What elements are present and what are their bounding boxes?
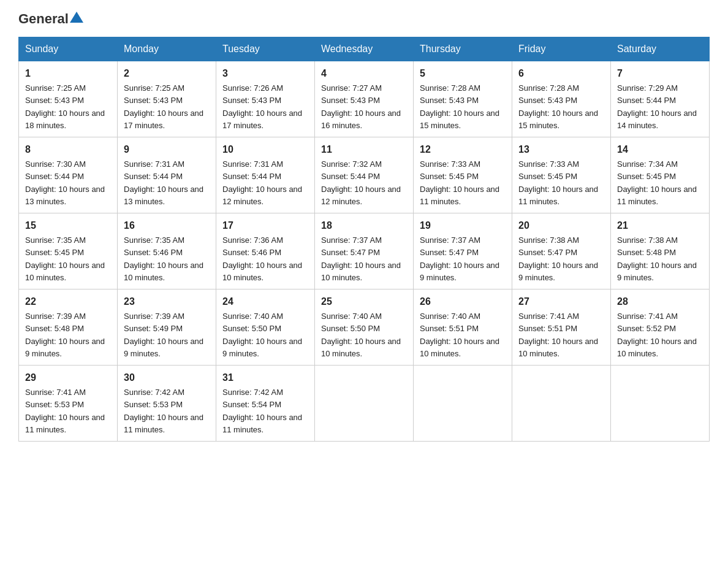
calendar-cell: 18 Sunrise: 7:37 AMSunset: 5:47 PMDaylig…	[315, 213, 414, 289]
calendar-cell: 25 Sunrise: 7:40 AMSunset: 5:50 PMDaylig…	[315, 289, 414, 366]
day-info: Sunrise: 7:40 AMSunset: 5:50 PMDaylight:…	[321, 312, 401, 358]
day-info: Sunrise: 7:41 AMSunset: 5:51 PMDaylight:…	[518, 312, 598, 358]
day-info: Sunrise: 7:41 AMSunset: 5:53 PMDaylight:…	[25, 388, 105, 434]
calendar-week-row: 15 Sunrise: 7:35 AMSunset: 5:45 PMDaylig…	[19, 213, 710, 289]
day-number: 25	[321, 294, 407, 309]
calendar-cell: 16 Sunrise: 7:35 AMSunset: 5:46 PMDaylig…	[118, 213, 216, 289]
day-info: Sunrise: 7:34 AMSunset: 5:45 PMDaylight:…	[617, 159, 697, 206]
day-number: 1	[25, 66, 111, 81]
calendar-cell: 14 Sunrise: 7:34 AMSunset: 5:45 PMDaylig…	[611, 137, 710, 213]
header-friday: Friday	[512, 37, 611, 61]
day-number: 8	[25, 142, 111, 157]
calendar-cell: 30 Sunrise: 7:42 AMSunset: 5:53 PMDaylig…	[118, 366, 216, 442]
header-monday: Monday	[118, 37, 216, 61]
calendar-week-row: 1 Sunrise: 7:25 AMSunset: 5:43 PMDayligh…	[19, 61, 710, 137]
day-number: 9	[124, 142, 210, 157]
day-info: Sunrise: 7:31 AMSunset: 5:44 PMDaylight:…	[124, 159, 203, 206]
day-number: 28	[617, 294, 703, 309]
calendar-cell: 21 Sunrise: 7:38 AMSunset: 5:48 PMDaylig…	[611, 213, 710, 289]
calendar-week-row: 22 Sunrise: 7:39 AMSunset: 5:48 PMDaylig…	[19, 289, 710, 366]
day-number: 11	[321, 142, 407, 157]
header-saturday: Saturday	[611, 37, 710, 61]
day-info: Sunrise: 7:38 AMSunset: 5:47 PMDaylight:…	[518, 236, 598, 282]
calendar-cell: 20 Sunrise: 7:38 AMSunset: 5:47 PMDaylig…	[512, 213, 611, 289]
day-number: 30	[124, 370, 210, 385]
calendar-cell: 13 Sunrise: 7:33 AMSunset: 5:45 PMDaylig…	[512, 137, 611, 213]
calendar-cell: 27 Sunrise: 7:41 AMSunset: 5:51 PMDaylig…	[512, 289, 611, 366]
day-number: 16	[124, 218, 210, 233]
calendar-cell: 3 Sunrise: 7:26 AMSunset: 5:43 PMDayligh…	[216, 61, 315, 137]
day-number: 4	[321, 66, 407, 81]
calendar-cell	[315, 366, 414, 442]
logo: General	[18, 12, 83, 26]
calendar-cell	[414, 366, 512, 442]
day-number: 10	[222, 142, 308, 157]
day-number: 2	[124, 66, 210, 81]
calendar-cell: 24 Sunrise: 7:40 AMSunset: 5:50 PMDaylig…	[216, 289, 315, 366]
day-number: 18	[321, 218, 407, 233]
page-header: General	[18, 12, 710, 26]
day-info: Sunrise: 7:37 AMSunset: 5:47 PMDaylight:…	[420, 236, 499, 282]
calendar-cell: 17 Sunrise: 7:36 AMSunset: 5:46 PMDaylig…	[216, 213, 315, 289]
calendar-cell: 23 Sunrise: 7:39 AMSunset: 5:49 PMDaylig…	[118, 289, 216, 366]
day-info: Sunrise: 7:39 AMSunset: 5:49 PMDaylight:…	[124, 312, 203, 358]
day-info: Sunrise: 7:39 AMSunset: 5:48 PMDaylight:…	[25, 312, 105, 358]
day-number: 14	[617, 142, 703, 157]
calendar-cell: 11 Sunrise: 7:32 AMSunset: 5:44 PMDaylig…	[315, 137, 414, 213]
header-sunday: Sunday	[19, 37, 118, 61]
calendar-cell: 31 Sunrise: 7:42 AMSunset: 5:54 PMDaylig…	[216, 366, 315, 442]
day-info: Sunrise: 7:27 AMSunset: 5:43 PMDaylight:…	[321, 83, 401, 130]
calendar-table: SundayMondayTuesdayWednesdayThursdayFrid…	[18, 37, 710, 442]
day-info: Sunrise: 7:36 AMSunset: 5:46 PMDaylight:…	[222, 236, 302, 282]
day-number: 27	[518, 294, 604, 309]
logo-general: General	[18, 12, 69, 26]
day-number: 21	[617, 218, 703, 233]
header-tuesday: Tuesday	[216, 37, 315, 61]
day-number: 12	[420, 142, 506, 157]
calendar-cell: 12 Sunrise: 7:33 AMSunset: 5:45 PMDaylig…	[414, 137, 512, 213]
day-number: 19	[420, 218, 506, 233]
calendar-week-row: 8 Sunrise: 7:30 AMSunset: 5:44 PMDayligh…	[19, 137, 710, 213]
header-wednesday: Wednesday	[315, 37, 414, 61]
day-info: Sunrise: 7:30 AMSunset: 5:44 PMDaylight:…	[25, 159, 105, 206]
day-number: 20	[518, 218, 604, 233]
calendar-cell: 28 Sunrise: 7:41 AMSunset: 5:52 PMDaylig…	[611, 289, 710, 366]
day-info: Sunrise: 7:26 AMSunset: 5:43 PMDaylight:…	[222, 83, 302, 130]
day-info: Sunrise: 7:31 AMSunset: 5:44 PMDaylight:…	[222, 159, 302, 206]
calendar-cell: 7 Sunrise: 7:29 AMSunset: 5:44 PMDayligh…	[611, 61, 710, 137]
day-info: Sunrise: 7:25 AMSunset: 5:43 PMDaylight:…	[124, 83, 203, 130]
day-number: 5	[420, 66, 506, 81]
calendar-cell: 1 Sunrise: 7:25 AMSunset: 5:43 PMDayligh…	[19, 61, 118, 137]
day-info: Sunrise: 7:28 AMSunset: 5:43 PMDaylight:…	[420, 83, 499, 130]
day-number: 6	[518, 66, 604, 81]
day-number: 15	[25, 218, 111, 233]
day-number: 26	[420, 294, 506, 309]
calendar-cell: 10 Sunrise: 7:31 AMSunset: 5:44 PMDaylig…	[216, 137, 315, 213]
calendar-header-row: SundayMondayTuesdayWednesdayThursdayFrid…	[19, 37, 710, 61]
day-info: Sunrise: 7:33 AMSunset: 5:45 PMDaylight:…	[518, 159, 598, 206]
day-info: Sunrise: 7:25 AMSunset: 5:43 PMDaylight:…	[25, 83, 105, 130]
day-info: Sunrise: 7:35 AMSunset: 5:45 PMDaylight:…	[25, 236, 105, 282]
day-info: Sunrise: 7:28 AMSunset: 5:43 PMDaylight:…	[518, 83, 598, 130]
day-number: 24	[222, 294, 308, 309]
calendar-cell: 15 Sunrise: 7:35 AMSunset: 5:45 PMDaylig…	[19, 213, 118, 289]
day-number: 23	[124, 294, 210, 309]
calendar-cell: 26 Sunrise: 7:40 AMSunset: 5:51 PMDaylig…	[414, 289, 512, 366]
day-number: 17	[222, 218, 308, 233]
day-number: 31	[222, 370, 308, 385]
day-info: Sunrise: 7:40 AMSunset: 5:50 PMDaylight:…	[222, 312, 302, 358]
calendar-cell: 5 Sunrise: 7:28 AMSunset: 5:43 PMDayligh…	[414, 61, 512, 137]
calendar-cell: 6 Sunrise: 7:28 AMSunset: 5:43 PMDayligh…	[512, 61, 611, 137]
svg-marker-0	[70, 12, 83, 23]
calendar-cell	[512, 366, 611, 442]
day-info: Sunrise: 7:33 AMSunset: 5:45 PMDaylight:…	[420, 159, 499, 206]
day-number: 29	[25, 370, 111, 385]
day-number: 22	[25, 294, 111, 309]
calendar-cell	[611, 366, 710, 442]
logo-triangle-icon	[70, 12, 83, 23]
day-number: 3	[222, 66, 308, 81]
day-info: Sunrise: 7:42 AMSunset: 5:54 PMDaylight:…	[222, 388, 302, 434]
day-info: Sunrise: 7:41 AMSunset: 5:52 PMDaylight:…	[617, 312, 697, 358]
calendar-cell: 19 Sunrise: 7:37 AMSunset: 5:47 PMDaylig…	[414, 213, 512, 289]
calendar-cell: 8 Sunrise: 7:30 AMSunset: 5:44 PMDayligh…	[19, 137, 118, 213]
